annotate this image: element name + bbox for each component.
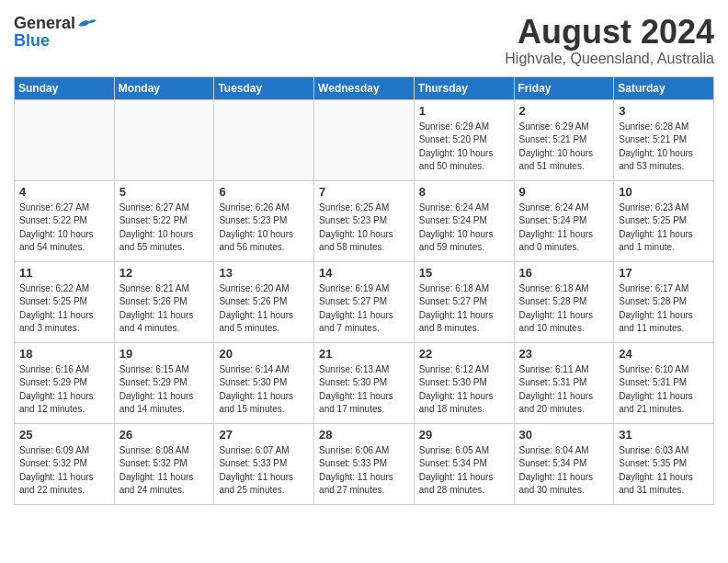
calendar-cell: 4Sunrise: 6:27 AMSunset: 5:22 PMDaylight…: [15, 180, 115, 261]
calendar-cell: 3Sunrise: 6:28 AMSunset: 5:21 PMDaylight…: [614, 99, 714, 180]
day-number: 6: [219, 185, 309, 199]
logo-bird-icon: [76, 17, 97, 31]
calendar-cell: [15, 99, 115, 180]
title-section: August 2024 Highvale, Queensland, Austra…: [505, 14, 714, 67]
calendar-cell: 8Sunrise: 6:24 AMSunset: 5:24 PMDaylight…: [414, 180, 514, 261]
day-info: Sunrise: 6:07 AMSunset: 5:33 PMDaylight:…: [219, 444, 309, 498]
day-info: Sunrise: 6:18 AMSunset: 5:27 PMDaylight:…: [419, 282, 509, 336]
day-number: 27: [219, 428, 309, 442]
day-number: 17: [619, 266, 709, 280]
day-number: 25: [19, 428, 109, 442]
day-number: 31: [619, 428, 709, 442]
calendar-cell: 28Sunrise: 6:06 AMSunset: 5:33 PMDayligh…: [314, 423, 415, 504]
day-info: Sunrise: 6:22 AMSunset: 5:25 PMDaylight:…: [19, 282, 109, 336]
day-info: Sunrise: 6:05 AMSunset: 5:34 PMDaylight:…: [419, 444, 509, 498]
calendar-cell: 23Sunrise: 6:11 AMSunset: 5:31 PMDayligh…: [514, 342, 614, 423]
day-info: Sunrise: 6:20 AMSunset: 5:26 PMDaylight:…: [219, 282, 309, 336]
day-number: 24: [619, 347, 709, 361]
day-number: 2: [519, 104, 609, 118]
calendar-cell: 19Sunrise: 6:15 AMSunset: 5:29 PMDayligh…: [114, 342, 214, 423]
day-info: Sunrise: 6:16 AMSunset: 5:29 PMDaylight:…: [19, 363, 109, 417]
col-header-saturday: Saturday: [614, 76, 714, 99]
calendar-week-3: 11Sunrise: 6:22 AMSunset: 5:25 PMDayligh…: [15, 261, 714, 342]
calendar-week-4: 18Sunrise: 6:16 AMSunset: 5:29 PMDayligh…: [15, 342, 714, 423]
calendar-week-5: 25Sunrise: 6:09 AMSunset: 5:32 PMDayligh…: [15, 423, 714, 504]
day-number: 13: [219, 266, 309, 280]
day-number: 23: [519, 347, 609, 361]
col-header-sunday: Sunday: [15, 76, 115, 99]
calendar-cell: 30Sunrise: 6:04 AMSunset: 5:34 PMDayligh…: [514, 423, 614, 504]
day-info: Sunrise: 6:21 AMSunset: 5:26 PMDaylight:…: [119, 282, 210, 336]
calendar-cell: 18Sunrise: 6:16 AMSunset: 5:29 PMDayligh…: [15, 342, 115, 423]
day-info: Sunrise: 6:29 AMSunset: 5:21 PMDaylight:…: [519, 121, 609, 174]
col-header-friday: Friday: [514, 76, 614, 99]
day-number: 9: [519, 185, 609, 199]
logo: General Blue: [14, 14, 97, 51]
day-info: Sunrise: 6:10 AMSunset: 5:31 PMDaylight:…: [619, 363, 709, 417]
calendar-cell: 31Sunrise: 6:03 AMSunset: 5:35 PMDayligh…: [614, 423, 714, 504]
day-number: 14: [319, 266, 409, 280]
day-number: 1: [419, 104, 509, 118]
calendar-cell: 14Sunrise: 6:19 AMSunset: 5:27 PMDayligh…: [314, 261, 415, 342]
calendar-cell: 20Sunrise: 6:14 AMSunset: 5:30 PMDayligh…: [214, 342, 314, 423]
calendar-cell: 29Sunrise: 6:05 AMSunset: 5:34 PMDayligh…: [414, 423, 514, 504]
calendar-cell: 13Sunrise: 6:20 AMSunset: 5:26 PMDayligh…: [214, 261, 314, 342]
calendar-cell: 24Sunrise: 6:10 AMSunset: 5:31 PMDayligh…: [614, 342, 714, 423]
day-number: 3: [619, 104, 709, 118]
logo-general-text: General: [14, 14, 75, 33]
calendar-cell: 16Sunrise: 6:18 AMSunset: 5:28 PMDayligh…: [514, 261, 614, 342]
day-info: Sunrise: 6:14 AMSunset: 5:30 PMDaylight:…: [219, 363, 309, 417]
day-number: 15: [419, 266, 509, 280]
day-info: Sunrise: 6:25 AMSunset: 5:23 PMDaylight:…: [319, 201, 409, 255]
day-info: Sunrise: 6:23 AMSunset: 5:25 PMDaylight:…: [619, 201, 709, 255]
day-info: Sunrise: 6:29 AMSunset: 5:20 PMDaylight:…: [419, 121, 509, 174]
calendar-cell: 26Sunrise: 6:08 AMSunset: 5:32 PMDayligh…: [114, 423, 214, 504]
calendar-cell: 1Sunrise: 6:29 AMSunset: 5:20 PMDaylight…: [414, 99, 514, 180]
calendar-header-row: SundayMondayTuesdayWednesdayThursdayFrid…: [15, 76, 714, 99]
logo-blue-text: Blue: [14, 31, 50, 51]
calendar-cell: 25Sunrise: 6:09 AMSunset: 5:32 PMDayligh…: [15, 423, 115, 504]
day-number: 28: [319, 428, 409, 442]
calendar-cell: [114, 99, 214, 180]
day-info: Sunrise: 6:04 AMSunset: 5:34 PMDaylight:…: [519, 444, 609, 498]
calendar-week-1: 1Sunrise: 6:29 AMSunset: 5:20 PMDaylight…: [15, 99, 714, 180]
day-info: Sunrise: 6:19 AMSunset: 5:27 PMDaylight:…: [319, 282, 409, 336]
day-number: 8: [419, 185, 509, 199]
col-header-wednesday: Wednesday: [314, 76, 415, 99]
day-number: 26: [119, 428, 210, 442]
calendar-cell: 2Sunrise: 6:29 AMSunset: 5:21 PMDaylight…: [514, 99, 614, 180]
col-header-monday: Monday: [114, 76, 214, 99]
calendar-cell: 27Sunrise: 6:07 AMSunset: 5:33 PMDayligh…: [214, 423, 314, 504]
col-header-tuesday: Tuesday: [214, 76, 314, 99]
page-header: General Blue August 2024 Highvale, Queen…: [14, 14, 714, 67]
day-info: Sunrise: 6:13 AMSunset: 5:30 PMDaylight:…: [319, 363, 409, 417]
day-info: Sunrise: 6:08 AMSunset: 5:32 PMDaylight:…: [119, 444, 210, 498]
day-info: Sunrise: 6:12 AMSunset: 5:30 PMDaylight:…: [419, 363, 509, 417]
day-number: 19: [119, 347, 210, 361]
day-number: 10: [619, 185, 709, 199]
day-info: Sunrise: 6:27 AMSunset: 5:22 PMDaylight:…: [19, 201, 109, 255]
calendar-table: SundayMondayTuesdayWednesdayThursdayFrid…: [14, 76, 714, 505]
day-number: 22: [419, 347, 509, 361]
day-info: Sunrise: 6:06 AMSunset: 5:33 PMDaylight:…: [319, 444, 409, 498]
col-header-thursday: Thursday: [414, 76, 514, 99]
day-number: 11: [19, 266, 109, 280]
calendar-cell: 17Sunrise: 6:17 AMSunset: 5:28 PMDayligh…: [614, 261, 714, 342]
calendar-cell: 15Sunrise: 6:18 AMSunset: 5:27 PMDayligh…: [414, 261, 514, 342]
day-info: Sunrise: 6:18 AMSunset: 5:28 PMDaylight:…: [519, 282, 609, 336]
day-number: 12: [119, 266, 210, 280]
calendar-cell: 9Sunrise: 6:24 AMSunset: 5:24 PMDaylight…: [514, 180, 614, 261]
day-info: Sunrise: 6:11 AMSunset: 5:31 PMDaylight:…: [519, 363, 609, 417]
day-number: 18: [19, 347, 109, 361]
calendar-cell: [214, 99, 314, 180]
day-info: Sunrise: 6:09 AMSunset: 5:32 PMDaylight:…: [19, 444, 109, 498]
day-info: Sunrise: 6:24 AMSunset: 5:24 PMDaylight:…: [419, 201, 509, 255]
location-text: Highvale, Queensland, Australia: [505, 51, 714, 67]
calendar-cell: 10Sunrise: 6:23 AMSunset: 5:25 PMDayligh…: [614, 180, 714, 261]
day-info: Sunrise: 6:17 AMSunset: 5:28 PMDaylight:…: [619, 282, 709, 336]
day-info: Sunrise: 6:26 AMSunset: 5:23 PMDaylight:…: [219, 201, 309, 255]
day-number: 21: [319, 347, 409, 361]
calendar-cell: 22Sunrise: 6:12 AMSunset: 5:30 PMDayligh…: [414, 342, 514, 423]
calendar-week-2: 4Sunrise: 6:27 AMSunset: 5:22 PMDaylight…: [15, 180, 714, 261]
calendar-cell: 11Sunrise: 6:22 AMSunset: 5:25 PMDayligh…: [15, 261, 115, 342]
